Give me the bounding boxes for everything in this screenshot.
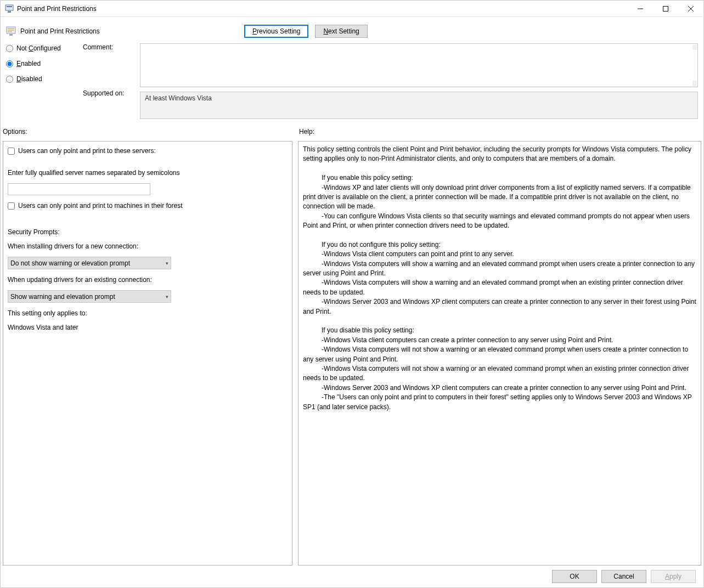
scroll-up-icon[interactable] (692, 44, 697, 50)
help-text: -Windows Server 2003 and Windows XP clie… (322, 384, 686, 392)
svg-rect-2 (8, 11, 11, 13)
help-text: -Windows Vista computers will not show a… (303, 365, 689, 382)
previous-setting-button[interactable]: Previous Setting (244, 25, 308, 38)
security-prompts-heading: Security Prompts: (8, 228, 288, 236)
install-driver-select[interactable]: Do not show warning or elevation prompt … (8, 257, 171, 269)
chk-only-these-servers[interactable]: Users can only point and print to these … (8, 147, 288, 155)
help-text: If you do not configure this policy sett… (303, 240, 696, 250)
help-panel: This policy setting controls the client … (298, 141, 701, 566)
scroll-down-icon[interactable] (692, 81, 697, 86)
scroll-down-icon (692, 112, 697, 118)
panels: Users can only point and print to these … (3, 141, 701, 566)
help-text: -You can configure Windows Vista clients… (303, 212, 690, 229)
update-driver-label: When updating drivers for an existing co… (8, 276, 288, 284)
comment-input[interactable] (140, 44, 697, 87)
window-title: Point and Print Restrictions (17, 5, 97, 13)
svg-rect-11 (9, 34, 13, 36)
supported-label: Supported on: (83, 87, 140, 97)
applies-to-label: This setting only applies to: (8, 309, 288, 317)
comment-textarea[interactable] (140, 43, 698, 87)
scroll-up-icon (692, 93, 697, 98)
checkbox-forest[interactable] (8, 202, 15, 210)
ok-button[interactable]: OK (552, 570, 597, 583)
state-disabled[interactable]: Disabled (6, 75, 83, 83)
fields-col: At least Windows Vista (140, 43, 698, 119)
chevron-down-icon: ▾ (166, 261, 168, 266)
state-radio-group: Not Configured Enabled Disabled (6, 43, 83, 119)
chk-forest[interactable]: Users can only point and print to machin… (8, 202, 288, 210)
supported-on-box: At least Windows Vista (140, 92, 698, 119)
checkbox-only-these-servers[interactable] (8, 148, 15, 155)
help-text: -Windows Vista computers will show a war… (303, 279, 683, 296)
help-label: Help: (299, 128, 314, 135)
update-driver-select[interactable]: Show warning and elevation prompt ▾ (8, 290, 171, 303)
update-driver-value: Show warning and elevation prompt (10, 293, 115, 301)
help-text: -Windows Vista computers will show a war… (303, 260, 695, 277)
section-labels: Options: Help: (3, 122, 701, 141)
svg-rect-4 (663, 6, 668, 11)
policy-title: Point and Print Restrictions (20, 27, 100, 35)
servers-hint: Enter fully qualified server names separ… (8, 169, 288, 177)
help-text: If you disable this policy setting: (303, 326, 696, 335)
chevron-down-icon: ▾ (166, 294, 168, 299)
dialog-window: Point and Print Restrictions (0, 0, 704, 588)
maximize-button[interactable] (653, 1, 678, 16)
header-left: Point and Print Restrictions (6, 26, 244, 36)
minimize-button[interactable] (628, 1, 653, 16)
config-row: Not Configured Enabled Disabled Comment:… (3, 43, 701, 122)
titlebar-left: Point and Print Restrictions (5, 4, 97, 13)
chk-forest-label: Users can only point and print to machin… (18, 202, 182, 210)
servers-input[interactable] (8, 183, 150, 195)
chk-only-these-servers-label: Users can only point and print to these … (18, 147, 156, 155)
next-setting-button[interactable]: Next Setting (315, 25, 367, 38)
options-label: Options: (3, 128, 299, 135)
state-not-configured[interactable]: Not Configured (6, 44, 83, 52)
cancel-button[interactable]: Cancel (601, 570, 646, 583)
install-driver-value: Do not show warning or elevation prompt (10, 259, 130, 267)
supported-on-text: At least Windows Vista (145, 94, 212, 102)
svg-rect-1 (7, 6, 12, 7)
radio-enabled[interactable] (6, 60, 13, 67)
help-text: -The "Users can only point and print to … (303, 393, 692, 410)
state-enabled[interactable]: Enabled (6, 60, 83, 67)
svg-rect-0 (5, 5, 13, 10)
window-controls (628, 1, 703, 16)
options-panel: Users can only point and print to these … (3, 141, 292, 566)
header-row: Point and Print Restrictions Previous Se… (3, 18, 701, 43)
radio-not-configured[interactable] (6, 45, 13, 52)
applies-to-value: Windows Vista and later (8, 324, 288, 331)
install-driver-label: When installing drivers for a new connec… (8, 242, 288, 250)
titlebar: Point and Print Restrictions (1, 1, 703, 17)
radio-disabled[interactable] (6, 76, 13, 83)
app-icon (5, 4, 14, 13)
help-text: -Windows Vista client computers can crea… (322, 336, 613, 344)
mid-labels: Comment: Supported on: (83, 43, 140, 119)
header-nav: Previous Setting Next Setting (244, 25, 368, 38)
close-button[interactable] (678, 1, 703, 16)
dialog-footer: OK Cancel Apply (3, 566, 701, 584)
comment-label: Comment: (83, 43, 140, 87)
help-text: -Windows XP and later clients will only … (303, 184, 691, 211)
help-text: -Windows Vista client computers can poin… (322, 250, 514, 258)
apply-button[interactable]: Apply (651, 570, 696, 583)
help-text: This policy setting controls the client … (303, 145, 696, 164)
policy-icon (6, 26, 16, 36)
help-text: -Windows Server 2003 and Windows XP clie… (303, 298, 696, 315)
help-text: If you enable this policy setting: (303, 173, 696, 183)
help-text: -Windows Vista computers will not show a… (303, 346, 688, 363)
